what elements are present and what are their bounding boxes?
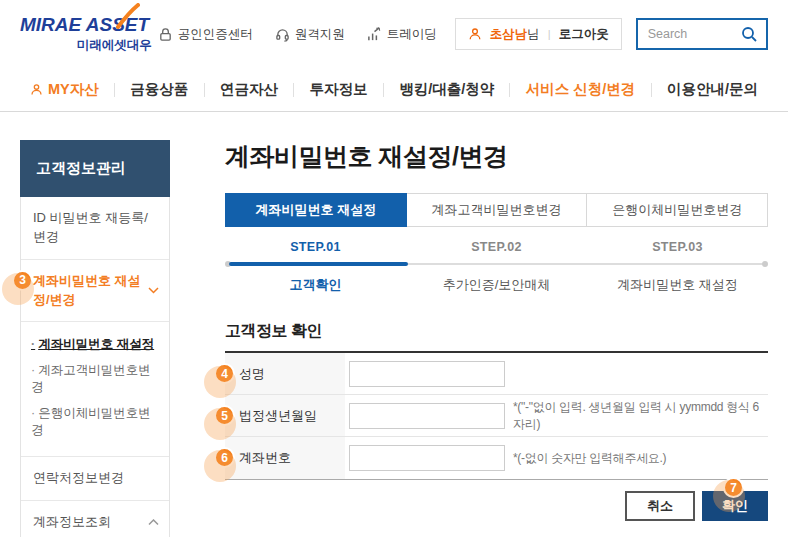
annotation-badge-6: 6 <box>214 447 235 468</box>
bullet: · <box>31 363 35 377</box>
birthdate-label-cell: 5 법정생년월일 <box>225 395 345 436</box>
step-1-name: 고객확인 <box>225 276 406 294</box>
name-label-cell: 4 성명 <box>225 353 345 394</box>
step-progress-track <box>225 260 768 269</box>
sidebar-item-label: 연락처정보변경 <box>33 469 159 488</box>
nav-item-service-request[interactable]: 서비스 신청/변경 <box>526 80 636 99</box>
search-icon[interactable] <box>740 25 758 43</box>
trading-chart-icon <box>367 27 382 42</box>
submenu-item-label: 계좌비밀번호 재설정 <box>38 337 154 351</box>
nav-item-guide-inquiry[interactable]: 이용안내/문의 <box>667 80 758 99</box>
user-name-suffix: 님 <box>527 27 540 41</box>
annotation-badge-4: 4 <box>214 363 235 384</box>
nav-item-pension-assets[interactable]: 연금자산 <box>220 80 278 99</box>
step-indicator: STEP.01 STEP.02 STEP.03 고객확인 추가인증/보안매체 계… <box>225 240 768 294</box>
nav-item-label: MY자산 <box>48 80 99 99</box>
step-2-number: STEP.02 <box>406 240 587 254</box>
logo-text-kr: 미래에셋대우 <box>20 37 152 54</box>
sidebar-item-label: 계좌비밀번호 재설정/변경 <box>33 272 148 310</box>
trading-link[interactable]: 트레이딩 <box>367 26 437 43</box>
chevron-down-icon <box>148 287 159 294</box>
top-header: MIRAE ASSET 미래에셋대우 공인인증센터 원격지원 트레이딩 초삼남님 <box>0 0 788 68</box>
step-numbers: STEP.01 STEP.02 STEP.03 <box>225 240 768 254</box>
logout-button[interactable]: 로그아웃 <box>559 26 609 43</box>
tab-bank-transfer-pw-change[interactable]: 은행이체비밀번호변경 <box>587 193 768 227</box>
account-number-hint: *(-없이 숫자만 입력해주세요.) <box>513 450 666 467</box>
sidebar: 고객정보관리 ID 비밀번호 재등록/변경 3 계좌비밀번호 재설정/변경 ·계… <box>20 140 170 537</box>
birthdate-hint: *("-"없이 입력. 생년월일 입력 시 yymmdd 형식 6자리) <box>513 399 768 433</box>
step-names: 고객확인 추가인증/보안매체 계좌비밀번호 재설정 <box>225 276 768 294</box>
birthdate-label: 법정생년월일 <box>239 407 317 425</box>
user-name-text: 초삼남 <box>490 27 528 41</box>
user-name: 초삼남님 <box>490 26 540 43</box>
user-icon <box>468 27 482 41</box>
annotation-badge-5: 5 <box>214 405 235 426</box>
page-title: 계좌비밀번호 재설정/변경 <box>225 140 768 173</box>
submenu-item-bank-transfer-pw-change[interactable]: ·은행이체비밀번호변경 <box>31 401 161 444</box>
cert-center-link[interactable]: 공인인증센터 <box>158 26 253 43</box>
nav-divider <box>651 83 652 97</box>
tab-account-pw-reset[interactable]: 계좌비밀번호 재설정 <box>225 193 407 227</box>
bullet: · <box>31 337 35 351</box>
tab-customer-pw-change[interactable]: 계좌고객비밀번호변경 <box>407 193 588 227</box>
annotation-badge-3: 3 <box>12 270 33 291</box>
name-label: 성명 <box>239 365 265 383</box>
nav-item-financial-products[interactable]: 금융상품 <box>130 80 188 99</box>
user-box: 초삼남님 | 로그아웃 <box>455 18 622 50</box>
utility-links: 공인인증센터 원격지원 트레이딩 <box>158 26 437 43</box>
headset-icon <box>275 27 290 42</box>
user-box-divider: | <box>548 28 551 40</box>
nav-item-my-assets[interactable]: MY자산 <box>30 80 99 99</box>
birthdate-field-cell: *("-"없이 입력. 생년월일 입력 시 yymmdd 형식 6자리) <box>345 395 768 436</box>
nav-divider <box>383 83 384 97</box>
nav-divider <box>114 83 115 97</box>
sidebar-item-label: 계좌정보조회 <box>33 513 148 532</box>
nav-item-investment-info[interactable]: 투자정보 <box>310 80 368 99</box>
submenu-item-label: 계좌고객비밀번호변경 <box>31 363 151 395</box>
content-area: 고객정보관리 ID 비밀번호 재등록/변경 3 계좌비밀번호 재설정/변경 ·계… <box>0 112 788 537</box>
name-field-cell <box>345 353 768 394</box>
brand-logo[interactable]: MIRAE ASSET 미래에셋대우 <box>20 14 158 54</box>
step-3-name: 계좌비밀번호 재설정 <box>587 276 768 294</box>
name-input[interactable] <box>349 361 505 387</box>
nav-divider <box>204 83 205 97</box>
global-nav: MY자산 금융상품 연금자산 투자정보 뱅킹/대출/청약 서비스 신청/변경 이… <box>0 68 788 112</box>
track-progress-line <box>229 262 408 266</box>
submenu-item-customer-pw-change[interactable]: ·계좌고객비밀번호변경 <box>31 358 161 401</box>
form-row-account-number: 6 계좌번호 *(-없이 숫자만 입력해주세요.) <box>225 437 768 479</box>
search-input[interactable] <box>648 27 740 41</box>
sidebar-item-contact-info[interactable]: 연락처정보변경 <box>21 457 169 501</box>
customer-info-form: 4 성명 5 법정생년월일 *("-"없이 입력. 생년월일 입력 시 yymm… <box>225 351 768 480</box>
cert-center-label: 공인인증센터 <box>178 26 253 43</box>
form-actions: 취소 7 확인 <box>225 491 768 521</box>
remote-support-link[interactable]: 원격지원 <box>275 26 345 43</box>
sidebar-item-label: ID 비밀번호 재등록/변경 <box>33 209 159 247</box>
tab-bar: 계좌비밀번호 재설정 계좌고객비밀번호변경 은행이체비밀번호변경 <box>225 193 768 227</box>
nav-divider <box>293 83 294 97</box>
cancel-button[interactable]: 취소 <box>625 491 695 521</box>
sidebar-item-id-password[interactable]: ID 비밀번호 재등록/변경 <box>21 197 169 260</box>
account-number-label-cell: 6 계좌번호 <box>225 437 345 479</box>
annotation-badge-7: 7 <box>723 477 744 498</box>
step-2-name: 추가인증/보안매체 <box>406 276 587 294</box>
step-3-number: STEP.03 <box>587 240 768 254</box>
nav-item-banking-loan[interactable]: 뱅킹/대출/청약 <box>399 80 494 99</box>
main-panel: 계좌비밀번호 재설정/변경 계좌비밀번호 재설정 계좌고객비밀번호변경 은행이체… <box>225 140 768 521</box>
logo-swoosh-icon <box>116 3 140 29</box>
search-box <box>636 18 768 50</box>
track-end-dot <box>762 261 768 267</box>
sidebar-submenu: ·계좌비밀번호 재설정 ·계좌고객비밀번호변경 ·은행이체비밀번호변경 <box>21 322 169 457</box>
birthdate-input[interactable] <box>349 403 505 429</box>
chevron-up-icon <box>148 519 159 526</box>
submenu-item-account-pw-reset[interactable]: ·계좌비밀번호 재설정 <box>31 332 161 358</box>
nav-divider <box>509 83 510 97</box>
account-number-input[interactable] <box>349 445 505 471</box>
confirm-button[interactable]: 7 확인 <box>702 491 768 521</box>
lock-icon <box>158 27 173 42</box>
sidebar-title: 고객정보관리 <box>20 140 170 197</box>
sidebar-item-account-password[interactable]: 3 계좌비밀번호 재설정/변경 <box>21 260 169 323</box>
sidebar-item-account-info[interactable]: 계좌정보조회 <box>21 501 169 537</box>
sidebar-menu: ID 비밀번호 재등록/변경 3 계좌비밀번호 재설정/변경 ·계좌비밀번호 재… <box>20 197 170 537</box>
account-number-field-cell: *(-없이 숫자만 입력해주세요.) <box>345 437 768 479</box>
step-1-number: STEP.01 <box>225 240 406 254</box>
